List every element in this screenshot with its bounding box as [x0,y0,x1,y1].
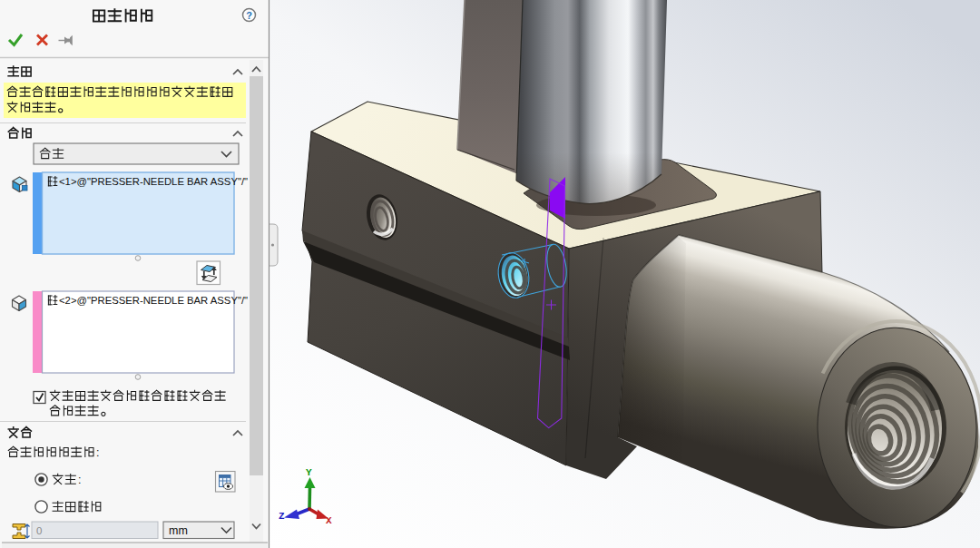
svg-text:<2>@"PRESSER-NEEDLE BAR ASSY"/: <2>@"PRESSER-NEEDLE BAR ASSY"/" [59,295,248,306]
svg-text::: : [78,474,81,486]
svg-text::: : [96,446,99,459]
svg-text:Y: Y [306,467,312,478]
svg-text:mm: mm [169,524,188,537]
svg-text:?: ? [246,10,252,21]
svg-text:Z: Z [279,511,285,522]
svg-text:<1>@"PRESSER-NEEDLE BAR ASSY"/: <1>@"PRESSER-NEEDLE BAR ASSY"/" [59,176,248,187]
svg-text:0: 0 [36,525,42,536]
svg-text:X: X [326,515,332,526]
